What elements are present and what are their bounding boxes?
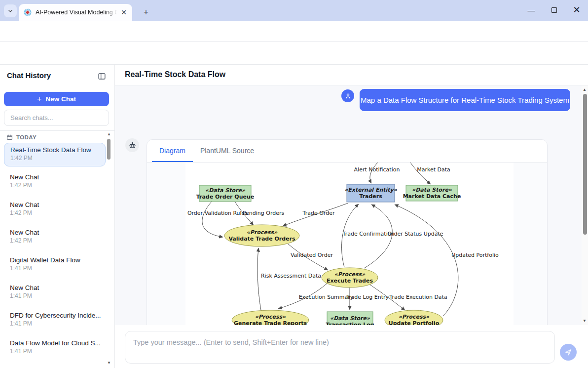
person-icon	[344, 92, 352, 100]
chat-item-title: New Chat	[10, 201, 106, 208]
node-execute-trades: «Process»Execute Trades	[322, 268, 378, 287]
dfd-svg: «Data Store»Trade Order Queue«External E…	[185, 163, 514, 325]
node-name: Generate Trade Reports	[234, 320, 307, 325]
chat-history-item[interactable]: Data Flow Model for Cloud S...1:41 PM	[4, 336, 106, 360]
page-scrollbar-thumb[interactable]	[583, 94, 587, 235]
node-name: Traders	[359, 193, 382, 200]
chat-history-item[interactable]: Digital Wallet Data Flow1:41 PM	[4, 253, 106, 277]
node-name: Transaction Log	[326, 322, 374, 325]
list-scroll-down-arrow[interactable]: ▼	[106, 361, 112, 366]
tab-close-icon[interactable]: ✕	[119, 8, 128, 17]
browser-toolbar: ← → ⟳ ai-toolbox.visual-paradigm.com/app…	[0, 21, 588, 41]
page-scroll-up-arrow[interactable]: ▲	[583, 87, 587, 92]
window-controls: — ✕	[520, 0, 588, 20]
node-stereotype: «Data Store»	[330, 315, 370, 322]
edge-label: Updated Portfolio	[451, 252, 499, 258]
message-input[interactable]	[125, 331, 555, 364]
sidebar-divider	[0, 130, 115, 131]
node-stereotype: «Data Store»	[412, 187, 452, 193]
visual-paradigm-favicon	[24, 8, 32, 16]
maximize-button[interactable]	[543, 0, 565, 20]
node-name: Validate Trade Orders	[228, 236, 295, 242]
node-stereotype: «Process»	[255, 314, 286, 320]
tab-title: AI-Powered Visual Modeling Ch	[36, 9, 117, 16]
robot-icon	[128, 141, 137, 150]
node-name: Market Data Cache	[403, 193, 461, 200]
edge-label: Order Status Update	[387, 231, 443, 237]
tab-diagram[interactable]: Diagram	[152, 140, 193, 162]
diagram-result-card: DiagramPlantUML Source «Data Store»Trade…	[147, 139, 548, 325]
node-update-portfolio: «Process»Update Portfolio	[385, 310, 443, 325]
node-market-data-cache: «Data Store»Market Data Cache	[403, 185, 461, 201]
node-stereotype: «External Entity»	[344, 187, 398, 193]
chat-history-item[interactable]: New Chat1:41 PM	[4, 281, 106, 305]
app-header: Chatbot Powered by Visual Paradigm More …	[0, 41, 588, 65]
today-section-label: TODAY	[6, 134, 37, 140]
diagram-viewer[interactable]: «Data Store»Trade Order Queue«External E…	[147, 163, 547, 325]
chat-item-time: 1:41 PM	[10, 348, 106, 355]
edge-order-validation-rules	[202, 202, 223, 237]
collapse-sidebar-icon[interactable]	[97, 71, 107, 81]
edge-market-data	[408, 163, 431, 184]
list-scrollbar-thumb[interactable]	[107, 139, 110, 160]
node-stereotype: «Process»	[247, 229, 278, 236]
page-scroll-down-arrow[interactable]: ▼	[583, 319, 587, 323]
chat-item-title: New Chat	[10, 229, 106, 236]
tab-plantuml-source[interactable]: PlantUML Source	[193, 140, 261, 162]
chat-history-item[interactable]: New Chat1:42 PM	[4, 170, 106, 194]
chat-item-title: New Chat	[10, 284, 106, 291]
node-name: Execute Trades	[327, 278, 373, 284]
minimize-button[interactable]: —	[520, 0, 543, 20]
chevron-down-icon	[7, 8, 13, 14]
maximize-icon	[551, 7, 557, 13]
chat-item-time: 1:42 PM	[10, 182, 106, 189]
list-scroll-up-arrow[interactable]: ▲	[106, 132, 112, 137]
node-transaction-log: «Data Store»Transaction Log	[326, 312, 374, 325]
node-name: Update Portfolio	[389, 320, 440, 325]
edge-label: Market Data	[417, 166, 450, 173]
chat-item-time: 1:42 PM	[10, 209, 106, 216]
node-trade-order-queue: «Data Store»Trade Order Queue	[196, 185, 255, 202]
conversation-titlebar: Real-Time Stock Data Flow	[115, 65, 588, 85]
user-message-bubble: Map a Data Flow Structure for Real-Time …	[360, 89, 570, 111]
browser-tab-strip: AI-Powered Visual Modeling Ch ✕ + — ✕	[0, 0, 588, 21]
send-button[interactable]	[560, 344, 577, 361]
diagram-canvas: «Data Store»Trade Order Queue«External E…	[185, 163, 514, 325]
close-button[interactable]: ✕	[565, 0, 588, 20]
chat-history-item[interactable]: Real-Time Stock Data Flow1:42 PM	[4, 143, 106, 166]
node-stereotype: «Process»	[334, 271, 366, 278]
sidebar-title: Chat History	[7, 71, 51, 80]
chat-item-title: Real-Time Stock Data Flow	[10, 146, 105, 154]
chat-history-item[interactable]: New Chat1:42 PM	[4, 226, 106, 249]
chat-history-item[interactable]: DFD for Cybersecurity Incide...1:41 PM	[4, 309, 106, 332]
message-input-bar	[115, 325, 588, 368]
chat-history-sidebar: Chat History +New Chat TODAY Real-Time S…	[0, 65, 115, 368]
search-chats-input[interactable]	[4, 110, 109, 126]
edge-label: Trade Execution Data	[389, 294, 447, 300]
conversation-title: Real-Time Stock Data Flow	[125, 70, 225, 79]
chat-item-time: 1:42 PM	[10, 155, 105, 162]
chat-history-list: Real-Time Stock Data Flow1:42 PMNew Chat…	[0, 143, 106, 368]
node-validate-trade-orders: «Process»Validate Trade Orders	[224, 225, 299, 246]
result-tabs: DiagramPlantUML Source	[147, 140, 547, 163]
user-message-avatar	[341, 89, 354, 102]
new-tab-button[interactable]: +	[140, 6, 152, 18]
new-chat-button[interactable]: +New Chat	[4, 92, 109, 106]
node-stereotype: «Process»	[399, 314, 430, 320]
chat-history-item[interactable]: New Chat1:42 PM	[4, 198, 106, 222]
tab-search-button[interactable]	[4, 4, 17, 17]
calendar-icon	[6, 134, 13, 140]
chat-item-time: 1:41 PM	[10, 292, 106, 299]
browser-tab[interactable]: AI-Powered Visual Modeling Ch ✕	[19, 4, 132, 21]
chat-item-time: 1:41 PM	[10, 320, 106, 327]
chat-item-title: Digital Wallet Data Flow	[10, 256, 106, 264]
edge-label: Order Validation Rules	[187, 210, 248, 216]
edge-label: Alert Notification	[354, 166, 400, 173]
edge-label: Risk Assessment Data	[261, 273, 321, 279]
chat-item-time: 1:42 PM	[10, 237, 106, 244]
node-name: Trade Order Queue	[196, 194, 255, 200]
chat-item-title: Data Flow Model for Cloud S...	[10, 339, 106, 347]
edge-label: Trade Order	[302, 210, 335, 216]
node-generate-trade-reports: «Process»Generate Trade Reports	[232, 310, 309, 325]
chat-item-title: DFD for Cybersecurity Incide...	[10, 312, 106, 319]
